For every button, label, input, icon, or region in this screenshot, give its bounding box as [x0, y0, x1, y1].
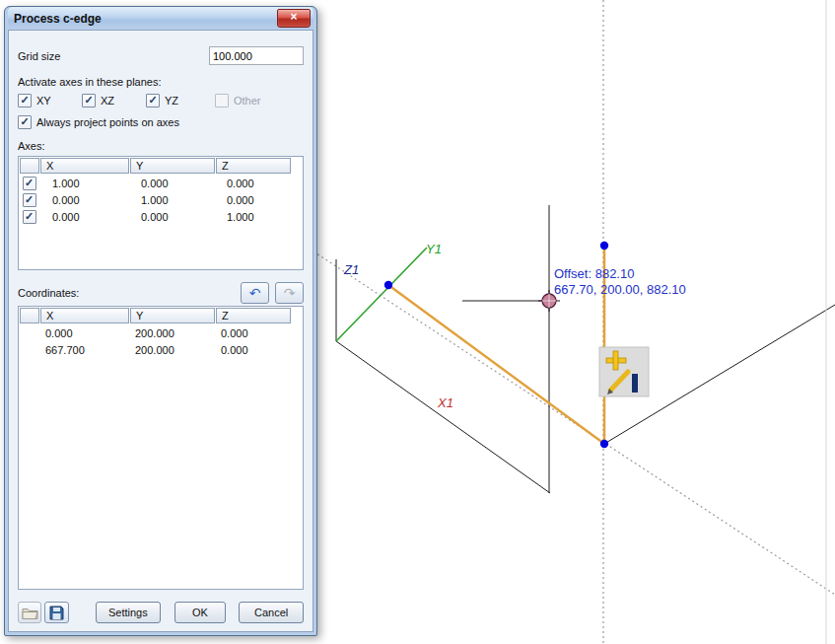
- close-button[interactable]: ×: [277, 9, 311, 28]
- axes-table-header: X Y Z: [19, 157, 303, 175]
- project-points-checkbox[interactable]: [18, 115, 32, 129]
- coordinates-header-row: Coordinates: ↶ ↷: [18, 282, 304, 304]
- axes-row1-x[interactable]: 1.000: [39, 178, 128, 189]
- axes-table: X Y Z 1.000 0.000 0.000 0.000 1.000 0.00…: [18, 156, 304, 270]
- planes-section-label: Activate axes in these planes:: [18, 76, 304, 88]
- settings-button[interactable]: Settings: [96, 602, 161, 623]
- undo-icon: ↶: [249, 285, 261, 301]
- other-checkbox: [215, 94, 229, 107]
- open-file-button: [18, 602, 41, 623]
- process-c-edge-dialog: Process c-edge × Grid size Activate axes…: [4, 6, 317, 636]
- axes-row1-y[interactable]: 0.000: [128, 178, 214, 189]
- xz-checkbox-label: XZ: [101, 95, 114, 107]
- edge-point-offset[interactable]: [600, 242, 608, 250]
- yz-checkbox[interactable]: [146, 94, 160, 107]
- project-points-label: Always project points on axes: [36, 116, 179, 128]
- coord-row1-x[interactable]: 0.000: [39, 327, 128, 339]
- axes-row3-x[interactable]: 0.000: [39, 211, 128, 223]
- axes-header-y[interactable]: Y: [130, 158, 215, 174]
- coordinates-header-z[interactable]: Z: [216, 308, 291, 323]
- project-points-row[interactable]: Always project points on axes: [18, 115, 304, 129]
- dialog-titlebar[interactable]: Process c-edge ×: [8, 7, 313, 30]
- coordinates-header-y[interactable]: Y: [130, 308, 215, 323]
- axes-table-row[interactable]: 1.000 0.000 0.000: [19, 175, 303, 191]
- axes-row3-y[interactable]: 0.000: [128, 211, 214, 223]
- coord-row2-z[interactable]: 0.000: [214, 344, 289, 356]
- other-checkbox-label: Other: [234, 95, 261, 107]
- save-disk-icon: [49, 606, 64, 620]
- edge-point-start[interactable]: [384, 281, 392, 289]
- yz-checkbox-label: YZ: [165, 95, 178, 107]
- ok-button[interactable]: OK: [174, 602, 227, 623]
- planes-checkbox-row: XY XZ YZ Other: [18, 94, 304, 107]
- dialog-body: Grid size Activate axes in these planes:…: [8, 30, 313, 632]
- z-axis-label: Z1: [343, 262, 359, 277]
- axes-header-z[interactable]: Z: [216, 158, 291, 174]
- coord-row2-x[interactable]: 667.700: [39, 344, 128, 356]
- axes-row3-checkbox[interactable]: [23, 210, 36, 224]
- undo-button[interactable]: ↶: [241, 282, 269, 304]
- redo-icon: ↷: [284, 285, 296, 301]
- c-edge-segment[interactable]: [388, 285, 604, 444]
- axes-row2-y[interactable]: 1.000: [128, 194, 214, 206]
- coordinates-header-x[interactable]: X: [40, 308, 129, 323]
- coordinates-table-header: X Y Z: [19, 307, 303, 324]
- axes-row2-checkbox[interactable]: [23, 193, 36, 207]
- coord-row2-y[interactable]: 200.000: [128, 344, 214, 356]
- xy-checkbox-label: XY: [36, 95, 51, 107]
- axes-section-label: Axes:: [18, 140, 304, 152]
- axes-header-x[interactable]: X: [40, 158, 129, 174]
- dialog-footer: Settings OK Cancel: [18, 602, 304, 623]
- cancel-button[interactable]: Cancel: [239, 602, 304, 623]
- plane-other: Other: [215, 94, 261, 107]
- open-folder-icon: [22, 607, 38, 619]
- plane-xz[interactable]: XZ: [82, 94, 146, 107]
- redo-button: ↷: [275, 282, 304, 304]
- grid-size-input[interactable]: [209, 46, 304, 65]
- offset-coordinates-text: 667.70, 200.00, 882.10: [554, 282, 686, 297]
- x-axis-label: X1: [437, 395, 453, 410]
- application-window: Z1 Y1 X1 Offset: 882.10 667.70, 200.00, …: [0, 0, 835, 644]
- pick-point-cursor-icon: [599, 347, 649, 396]
- coordinates-table-row[interactable]: 0.000 200.000 0.000: [19, 324, 303, 341]
- offset-value-text: Offset: 882.10: [554, 266, 634, 281]
- coordinates-table-row[interactable]: 667.700 200.000 0.000: [19, 341, 303, 358]
- y-axis-label: Y1: [426, 242, 442, 256]
- axes-header-select[interactable]: [20, 158, 39, 174]
- dialog-title: Process c-edge: [14, 12, 102, 26]
- axes-table-row[interactable]: 0.000 0.000 1.000: [19, 208, 303, 225]
- save-button[interactable]: [44, 602, 68, 623]
- axes-row2-z[interactable]: 0.000: [214, 194, 289, 206]
- edge-point-corner[interactable]: [600, 440, 608, 448]
- axes-row1-checkbox[interactable]: [23, 177, 36, 190]
- grid-size-row: Grid size: [18, 46, 304, 65]
- grid-size-label: Grid size: [18, 50, 209, 62]
- axes-table-row[interactable]: 0.000 1.000 0.000: [19, 191, 303, 208]
- axes-row1-z[interactable]: 0.000: [214, 178, 289, 189]
- xz-checkbox[interactable]: [82, 94, 96, 107]
- coordinates-section-label: Coordinates:: [18, 287, 79, 299]
- x-axis-line: [336, 341, 550, 493]
- coordinates-table: X Y Z 0.000 200.000 0.000 667.700 200.00…: [18, 306, 304, 590]
- close-icon: ×: [290, 10, 297, 24]
- coord-row1-y[interactable]: 200.000: [128, 327, 214, 339]
- coordinates-header-select[interactable]: [20, 308, 39, 323]
- coord-row1-z[interactable]: 0.000: [214, 327, 289, 339]
- xy-checkbox[interactable]: [18, 94, 32, 107]
- plane-xy[interactable]: XY: [18, 94, 82, 107]
- axes-row3-z[interactable]: 1.000: [214, 211, 289, 223]
- plane-yz[interactable]: YZ: [146, 94, 210, 107]
- axes-row2-x[interactable]: 0.000: [39, 194, 128, 206]
